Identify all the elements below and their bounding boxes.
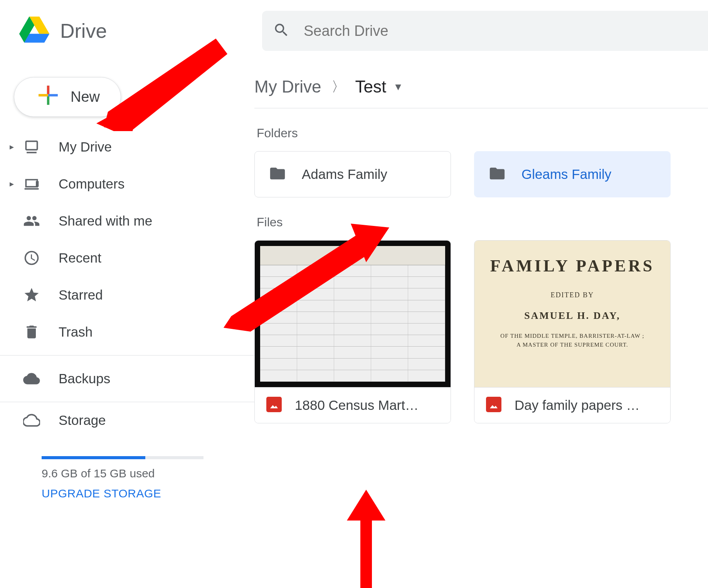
thumb-title: FAMILY PAPERS: [484, 256, 660, 276]
drive-logo-icon: [19, 15, 49, 47]
storage-usage: 9.6 GB of 15 GB used: [42, 467, 254, 480]
sidebar-item-label: Backups: [59, 371, 110, 386]
folder-name: Adams Family: [302, 167, 387, 182]
folder-name: Gleams Family: [521, 167, 611, 182]
search-input[interactable]: [304, 23, 697, 39]
sidebar-item-shared[interactable]: Shared with me: [0, 202, 254, 239]
upgrade-storage-link[interactable]: UPGRADE STORAGE: [42, 487, 254, 500]
new-button-label: New: [71, 89, 100, 105]
sidebar-item-label: Trash: [59, 324, 92, 340]
thumb-sub1: OF THE MIDDLE TEMPLE, BARRISTER-AT-LAW ;: [484, 332, 660, 340]
divider: [0, 402, 254, 402]
svg-rect-20: [360, 513, 372, 588]
dropdown-icon[interactable]: ▼: [393, 81, 403, 93]
divider: [0, 355, 254, 355]
search-bar[interactable]: [262, 11, 708, 51]
annotation-arrow: [343, 490, 389, 588]
app-title: Drive: [60, 19, 107, 42]
folder-card[interactable]: Adams Family: [254, 151, 451, 197]
sidebar-item-label: Starred: [59, 287, 103, 303]
cloud-icon: [23, 370, 40, 387]
search-icon: [273, 22, 290, 40]
storage-label: Storage: [59, 413, 106, 428]
file-card[interactable]: 1880 Census Mart…: [254, 240, 451, 423]
folder-icon: [488, 165, 506, 184]
sidebar-item-label: Computers: [59, 176, 124, 192]
sidebar-item-label: Shared with me: [59, 213, 152, 229]
breadcrumb-current[interactable]: Test: [355, 77, 387, 96]
file-card[interactable]: FAMILY PAPERS EDITED BY SAMUEL H. DAY, O…: [474, 240, 671, 423]
computers-icon: [23, 175, 40, 192]
breadcrumb-root[interactable]: My Drive: [254, 77, 321, 96]
trash-icon: [23, 323, 40, 340]
breadcrumb: My Drive 〉 Test ▼: [254, 62, 708, 108]
chevron-right-icon: ▸: [7, 179, 16, 189]
clock-icon: [23, 249, 40, 266]
thumb-sub2: A MASTER OF THE SUPREME COURT.: [484, 340, 660, 349]
svg-rect-11: [39, 94, 48, 96]
file-name: Day family papers …: [515, 398, 640, 413]
sidebar-item-computers[interactable]: ▸ Computers: [0, 165, 254, 202]
sidebar-item-label: My Drive: [59, 139, 112, 155]
people-icon: [23, 212, 40, 229]
storage-bar: [42, 456, 203, 459]
drive-icon: [23, 138, 40, 155]
thumb-author: SAMUEL H. DAY,: [484, 310, 660, 322]
svg-rect-13: [266, 397, 282, 412]
svg-rect-14: [486, 397, 501, 412]
sidebar: New ▸ My Drive ▸ Computers Shared with m…: [0, 62, 254, 500]
sidebar-item-starred[interactable]: Starred: [0, 276, 254, 313]
sidebar-item-trash[interactable]: Trash: [0, 313, 254, 350]
sidebar-item-recent[interactable]: Recent: [0, 239, 254, 276]
folders-section-label: Folders: [257, 126, 708, 140]
cloud-outline-icon: [23, 412, 40, 429]
sidebar-item-storage[interactable]: Storage: [0, 407, 254, 434]
file-thumbnail: FAMILY PAPERS EDITED BY SAMUEL H. DAY, O…: [474, 241, 670, 387]
image-icon: [486, 397, 501, 414]
image-icon: [266, 397, 282, 414]
svg-rect-9: [47, 86, 49, 95]
logo-area: Drive: [0, 15, 262, 47]
storage-bar-fill: [42, 456, 145, 459]
folder-card[interactable]: Gleams Family: [474, 151, 671, 197]
file-name: 1880 Census Mart…: [295, 398, 419, 413]
thumb-edited-by: EDITED BY: [484, 291, 660, 299]
sidebar-item-backups[interactable]: Backups: [0, 360, 254, 397]
main-content: My Drive 〉 Test ▼ Folders Adams Family G…: [254, 62, 708, 500]
plus-icon: [37, 84, 59, 110]
sidebar-item-label: Recent: [59, 250, 101, 266]
sidebar-item-my-drive[interactable]: ▸ My Drive: [0, 128, 254, 165]
chevron-right-icon: ▸: [7, 142, 16, 152]
folder-icon: [269, 165, 286, 184]
star-icon: [23, 286, 40, 303]
files-section-label: Files: [257, 215, 708, 229]
chevron-right-icon: 〉: [331, 78, 345, 96]
svg-marker-12: [28, 142, 35, 148]
file-thumbnail: [255, 241, 451, 387]
new-button[interactable]: New: [14, 77, 121, 117]
